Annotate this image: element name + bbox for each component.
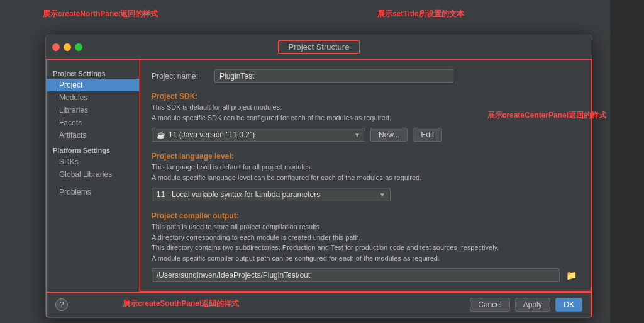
language-desc: This language level is default for all p… — [152, 162, 579, 183]
edit-sdk-button[interactable]: Edit — [413, 128, 442, 142]
sdk-row: ☕ 11 (Java version "11.0.2") ▼ New... Ed… — [152, 128, 579, 142]
sidebar-item-libraries[interactable]: Libraries — [47, 104, 139, 116]
annotation-south-panel: 展示createSouthPanel返回的样式 — [123, 298, 239, 309]
new-sdk-button[interactable]: New... — [370, 128, 408, 142]
sidebar-item-facets[interactable]: Facets — [47, 116, 139, 129]
dialog-titlebar: Project Structure — [46, 35, 592, 59]
project-name-label: Project name: — [152, 72, 208, 81]
language-row: 11 - Local variable syntax for lambda pa… — [152, 188, 579, 201]
compiler-path-row: 📁 — [152, 268, 579, 282]
help-button[interactable]: ? — [55, 298, 68, 311]
compiler-desc: This path is used to store all project c… — [152, 222, 579, 263]
language-section-title: Project language level: — [152, 152, 579, 161]
sidebar-item-sdks[interactable]: SDKs — [47, 156, 139, 168]
sdk-section-title: Project SDK: — [152, 92, 579, 101]
sidebar-item-project[interactable]: Project — [47, 79, 139, 91]
sidebar-item-global-libraries[interactable]: Global Libraries — [47, 168, 139, 181]
sidebar-section-platform-settings: Platform Settings — [47, 144, 139, 156]
sidebar-item-modules[interactable]: Modules — [47, 91, 139, 104]
close-button[interactable] — [52, 43, 60, 51]
maximize-button[interactable] — [75, 43, 82, 51]
sidebar-item-problems[interactable]: Problems — [47, 186, 139, 198]
minimize-button[interactable] — [64, 43, 71, 51]
compiler-path-input[interactable] — [152, 268, 560, 282]
apply-button[interactable]: Apply — [515, 298, 550, 312]
project-name-input[interactable] — [214, 69, 453, 83]
sidebar: Project Settings Project Modules Librari… — [47, 60, 140, 292]
project-structure-dialog: Project Structure Project Settings Proje… — [45, 35, 592, 318]
language-chevron-icon: ▼ — [379, 191, 386, 198]
sdk-select[interactable]: ☕ 11 (Java version "11.0.2") ▼ — [152, 128, 365, 142]
cancel-button[interactable]: Cancel — [470, 298, 509, 312]
java-icon: ☕ — [157, 131, 165, 139]
sidebar-section-project-settings: Project Settings — [47, 67, 139, 79]
footer-buttons: Cancel Apply OK — [470, 298, 582, 312]
sdk-value: 11 (Java version "11.0.2") — [169, 130, 255, 139]
compiler-section-title: Project compiler output: — [152, 212, 579, 220]
annotation-set-title: 展示setTitle所设置的文本 — [377, 9, 464, 20]
traffic-lights — [52, 43, 82, 51]
annotation-center-panel: 展示createCenterPanel返回的样式 — [487, 110, 606, 121]
language-value: 11 - Local variable syntax for lambda pa… — [157, 190, 320, 199]
ok-button[interactable]: OK — [555, 298, 582, 312]
compiler-section: Project compiler output: This path is us… — [152, 212, 579, 282]
sidebar-item-artifacts[interactable]: Artifacts — [47, 129, 139, 142]
dialog-title: Project Structure — [278, 40, 360, 54]
chevron-down-icon: ▼ — [354, 132, 360, 139]
annotation-north-panel: 展示createNorthPanel返回的样式 — [43, 9, 158, 20]
dialog-body: Project Settings Project Modules Librari… — [46, 59, 592, 292]
language-select[interactable]: 11 - Local variable syntax for lambda pa… — [152, 188, 391, 201]
ide-right-panel — [609, 0, 644, 323]
main-content: Project name: Project SDK: This SDK is d… — [140, 60, 591, 292]
project-name-row: Project name: — [152, 69, 579, 83]
browse-folder-button[interactable]: 📁 — [564, 269, 579, 281]
